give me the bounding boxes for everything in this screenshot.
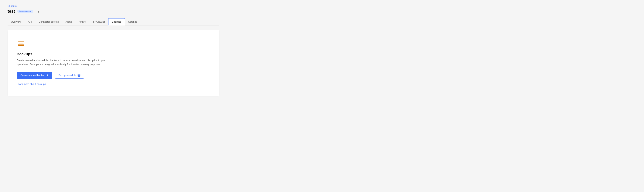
tab-backups[interactable]: Backups [108,18,125,25]
svg-line-11 [79,76,79,76]
content-card: Backups Create manual and scheduled back… [8,30,219,96]
plus-icon: + [47,74,48,77]
breadcrumb-clusters-link[interactable]: Clusters [8,4,17,7]
tab-alerts[interactable]: Alerts [62,18,75,25]
tab-activity[interactable]: Activity [75,18,90,25]
learn-more-link[interactable]: Learn more about backups [17,83,46,85]
page-header: test Development ⋮ [8,9,219,14]
card-inner: Backups Create manual and scheduled back… [17,39,115,85]
tab-ip-allowlist[interactable]: IP Allowlist [90,18,108,25]
create-manual-backup-button[interactable]: Create manual backup + [17,72,52,79]
breadcrumb: Clusters / [8,4,219,7]
actions-row: Create manual backup + Set up schedule [17,72,84,79]
backups-icon-wrapper [17,39,26,49]
tab-overview[interactable]: Overview [8,18,24,25]
more-options-button[interactable]: ⋮ [36,9,42,14]
tabs-container: Overview API Connector secrets Alerts Ac… [8,18,219,25]
tab-api[interactable]: API [24,18,35,25]
schedule-label: Set up schedule [58,74,76,77]
page-title: test [8,9,15,14]
create-backup-label: Create manual backup [20,74,45,77]
tab-connector-secrets[interactable]: Connector secrets [35,18,62,25]
environment-badge: Development [17,10,33,13]
backups-icon [17,39,26,48]
card-title: Backups [17,52,32,56]
schedule-icon [78,74,80,77]
set-up-schedule-button[interactable]: Set up schedule [55,72,84,79]
tab-settings[interactable]: Settings [125,18,140,25]
breadcrumb-separator: / [18,4,18,7]
card-description: Create manual and scheduled backups to r… [17,58,115,66]
